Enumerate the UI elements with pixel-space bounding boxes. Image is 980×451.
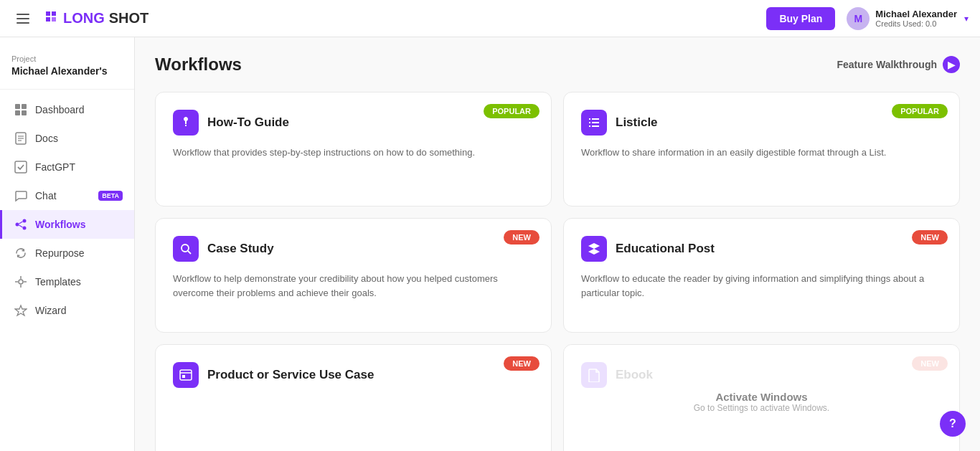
topbar-right: Buy Plan M Michael Alexander Credits Use… xyxy=(766,7,969,30)
sidebar-item-templates[interactable]: Templates xyxy=(0,267,134,296)
card-title: Listicle xyxy=(616,115,658,130)
card-desc: Workflow that provides step-by-step inst… xyxy=(173,146,534,160)
svg-rect-31 xyxy=(180,370,192,380)
sidebar-item-label: Templates xyxy=(35,276,123,288)
svg-rect-25 xyxy=(589,122,590,123)
svg-rect-24 xyxy=(592,118,599,120)
user-name: Michael Alexander xyxy=(875,9,957,19)
svg-rect-27 xyxy=(589,125,590,127)
card-title: How-To Guide xyxy=(207,115,289,130)
badge-popular: POPULAR xyxy=(484,104,540,118)
case-study-icon xyxy=(173,236,199,262)
logo-shot: SHOT xyxy=(109,10,149,27)
user-credits: Credits Used: 0.0 xyxy=(875,19,957,28)
card-case-study[interactable]: NEW Case Study Workflow to help demonstr… xyxy=(155,218,552,333)
page-title: Workflows xyxy=(155,54,242,75)
svg-rect-28 xyxy=(592,125,599,127)
svg-rect-1 xyxy=(17,18,29,19)
sidebar-item-wizard[interactable]: Wizard xyxy=(0,296,134,325)
logo-long: LONG xyxy=(63,10,105,27)
svg-point-29 xyxy=(182,245,189,252)
avatar: M xyxy=(847,7,870,30)
card-title-row: How-To Guide xyxy=(173,110,534,136)
sidebar-item-label: FactGPT xyxy=(35,161,123,173)
user-info[interactable]: M Michael Alexander Credits Used: 0.0 ▾ xyxy=(847,7,969,30)
sidebar-item-label: Wizard xyxy=(35,305,123,316)
card-title: Product or Service Use Case xyxy=(207,368,374,382)
svg-line-30 xyxy=(188,251,191,254)
card-title: Educational Post xyxy=(616,242,715,256)
card-listicle[interactable]: POPULAR Listicle Workflow xyxy=(563,92,960,206)
sidebar: Project Michael Alexander's Dashboard xyxy=(0,37,135,451)
sidebar-item-docs[interactable]: Docs xyxy=(0,124,134,153)
sidebar-item-label: Workflows xyxy=(35,219,123,230)
svg-line-16 xyxy=(19,225,23,227)
sidebar-toggle[interactable] xyxy=(11,7,34,30)
card-ebook[interactable]: NEW Ebook Activate Windows Go to Setting… xyxy=(563,344,960,451)
how-to-guide-icon xyxy=(173,110,199,136)
svg-rect-11 xyxy=(15,161,27,173)
product-service-icon xyxy=(173,362,199,388)
badge-popular: POPULAR xyxy=(892,104,948,118)
listicle-icon xyxy=(581,110,607,136)
svg-rect-0 xyxy=(17,14,29,15)
logo[interactable]: LONGSHOT xyxy=(43,9,149,28)
svg-rect-5 xyxy=(15,110,20,115)
svg-rect-23 xyxy=(589,118,590,120)
card-title-row: Product or Service Use Case xyxy=(173,362,534,388)
wizard-icon xyxy=(14,303,28,318)
feature-walkthrough[interactable]: Feature Walkthrough ▶ xyxy=(837,56,961,73)
svg-point-14 xyxy=(23,227,27,230)
overlay-sub: Go to Settings to activate Windows. xyxy=(694,403,829,413)
badge-new: NEW xyxy=(504,230,540,245)
sidebar-item-factgpt[interactable]: FactGPT xyxy=(0,153,134,181)
badge-new: NEW xyxy=(912,230,948,245)
svg-line-15 xyxy=(19,222,23,224)
card-title: Case Study xyxy=(207,242,274,256)
sidebar-item-label: Docs xyxy=(35,133,123,144)
sidebar-item-label: Chat xyxy=(35,190,88,201)
svg-rect-33 xyxy=(182,375,185,378)
logo-icon xyxy=(43,9,59,28)
svg-marker-22 xyxy=(15,305,27,315)
card-desc: Workflow to help demonstrate your credib… xyxy=(173,272,534,300)
sidebar-item-label: Repurpose xyxy=(35,247,123,259)
svg-rect-2 xyxy=(17,22,29,24)
project-section: Project Michael Alexander's xyxy=(0,46,134,90)
docs-icon xyxy=(14,131,28,146)
chat-icon xyxy=(14,189,28,203)
card-desc: Workflow to educate the reader by giving… xyxy=(581,272,942,300)
feature-walkthrough-label: Feature Walkthrough xyxy=(837,59,938,70)
card-title-row: Case Study xyxy=(173,236,534,262)
sidebar-item-chat[interactable]: Chat BETA xyxy=(0,181,134,210)
topbar: LONGSHOT Buy Plan M Michael Alexander Cr… xyxy=(0,0,980,37)
card-educational-post[interactable]: NEW Educational Post Workflow to educate… xyxy=(563,218,960,333)
sidebar-item-dashboard[interactable]: Dashboard xyxy=(0,95,134,124)
svg-rect-6 xyxy=(22,110,27,115)
main-header: Workflows Feature Walkthrough ▶ xyxy=(155,54,960,75)
cards-grid: POPULAR How-To Guide Workflow that provi… xyxy=(155,92,960,451)
repurpose-icon xyxy=(14,246,28,260)
factgpt-icon xyxy=(14,160,28,174)
buy-plan-button[interactable]: Buy Plan xyxy=(766,7,835,30)
sidebar-item-workflows[interactable]: Workflows xyxy=(0,210,134,239)
user-details: Michael Alexander Credits Used: 0.0 xyxy=(875,9,957,28)
badge-new: NEW xyxy=(504,356,540,371)
layout: Project Michael Alexander's Dashboard xyxy=(0,37,980,451)
card-product-service[interactable]: NEW Product or Service Use Case xyxy=(155,344,552,451)
sidebar-item-repurpose[interactable]: Repurpose xyxy=(0,239,134,267)
svg-point-17 xyxy=(19,280,23,284)
svg-rect-26 xyxy=(592,122,599,123)
walkthrough-play-icon: ▶ xyxy=(943,56,960,73)
svg-point-12 xyxy=(16,223,19,227)
workflows-icon xyxy=(14,217,28,232)
templates-icon xyxy=(14,275,28,289)
card-how-to-guide[interactable]: POPULAR How-To Guide Workflow that provi… xyxy=(155,92,552,206)
help-button[interactable]: ? xyxy=(940,411,966,437)
card-desc: Workflow to share information in an easi… xyxy=(581,146,942,160)
chevron-down-icon: ▾ xyxy=(964,14,969,24)
svg-point-13 xyxy=(23,219,27,223)
sidebar-item-label: Dashboard xyxy=(35,104,123,115)
beta-badge: BETA xyxy=(98,191,123,201)
project-name: Michael Alexander's xyxy=(11,65,123,77)
